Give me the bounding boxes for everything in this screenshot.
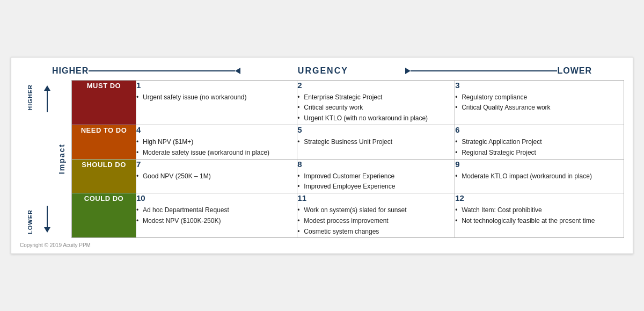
arrow-up-icon (44, 85, 50, 112)
list-item: Critical Quality Assurance work (455, 103, 624, 112)
list-item: Critical security work (297, 103, 455, 112)
list-item: Modest process improvement (297, 216, 455, 226)
list-item: Regional Strategic Project (455, 148, 624, 157)
cell-items-must-do-2: Regulatory complianceCritical Quality As… (455, 93, 624, 113)
list-item: Enterprise Strategic Project (297, 93, 455, 102)
table-row-should-do: SHOULD DO7Good NPV (250K – 1M)8Improved … (72, 159, 624, 193)
list-item: Work on system(s) slated for sunset (297, 206, 455, 215)
list-item: Good NPV (250K – 1M) (136, 172, 297, 181)
arrow-down-icon (44, 206, 50, 233)
content-cell-should-do-0: 7Good NPV (250K – 1M) (136, 159, 297, 193)
content-cell-must-do-0: 1Urgent safety issue (no workaround) (136, 80, 297, 125)
category-label-could-do: COULD DO (84, 194, 123, 202)
urgency-center-label: URGENCY (247, 66, 399, 76)
category-cell-need-to-do: NEED TO DO (72, 125, 136, 159)
cell-number-must-do-2: 3 (455, 81, 624, 90)
category-cell-should-do: SHOULD DO (72, 159, 136, 193)
cell-items-should-do-1: Improved Customer ExperienceImproved Emp… (297, 172, 455, 192)
cell-items-could-do-0: Ad hoc Departmental RequestModest NPV ($… (136, 206, 297, 226)
cell-items-need-to-do-1: Strategic Business Unit Project (297, 138, 455, 147)
cell-items-could-do-2: Watch Item: Cost prohibitiveNot technolo… (455, 206, 624, 226)
cell-number-need-to-do-1: 5 (297, 125, 455, 134)
list-item: Strategic Business Unit Project (297, 138, 455, 147)
list-item: Cosmetic system changes (297, 227, 455, 236)
page-wrapper: HIGHER URGENCY LOWER HIGHER LOWER (11, 57, 633, 255)
higher-urgency-label: HIGHER (52, 66, 89, 76)
cell-number-could-do-0: 10 (136, 193, 297, 202)
arrow-left-container (89, 68, 247, 74)
table-row-need-to-do: NEED TO DO4High NPV ($1M+)Moderate safet… (72, 125, 624, 159)
content-cell-must-do-1: 2Enterprise Strategic ProjectCritical se… (297, 80, 455, 125)
cell-number-must-do-0: 1 (136, 81, 297, 90)
list-item: High NPV ($1M+) (136, 138, 297, 147)
impact-arrow-col (42, 80, 52, 238)
cell-number-must-do-1: 2 (297, 81, 455, 90)
category-label-need-to-do: NEED TO DO (81, 126, 127, 134)
content-cell-should-do-2: 9Moderate KTLO impact (workaround in pla… (455, 159, 624, 193)
list-item: Regulatory compliance (455, 93, 624, 102)
list-item: Modest NPV ($100K-250K) (136, 216, 297, 226)
content-cell-could-do-0: 10Ad hoc Departmental RequestModest NPV … (136, 193, 297, 238)
list-item: Moderate safety issue (workaround in pla… (136, 148, 297, 157)
main-layout: HIGHER LOWER Impact MUST DO1Urgent safet… (20, 80, 624, 238)
list-item: Urgent safety issue (no workaround) (136, 93, 297, 102)
list-item: Not technologically feasible at the pres… (455, 216, 624, 226)
list-item: Ad hoc Departmental Request (136, 206, 297, 215)
category-label-should-do: SHOULD DO (82, 161, 126, 169)
cell-number-could-do-1: 11 (297, 193, 455, 202)
cell-number-should-do-2: 9 (455, 160, 624, 169)
arrowhead-right-icon (405, 68, 411, 74)
content-cell-could-do-2: 12Watch Item: Cost prohibitiveNot techno… (455, 193, 624, 238)
lower-impact-label: LOWER (27, 209, 33, 234)
cell-items-should-do-0: Good NPV (250K – 1M) (136, 172, 297, 181)
copyright: Copyright © 2019 Acuity PPM (20, 242, 624, 248)
cell-items-need-to-do-2: Strategic Application ProjectRegional St… (455, 138, 624, 157)
lower-urgency-label: LOWER (557, 66, 592, 76)
cell-number-should-do-1: 8 (297, 160, 455, 169)
impact-label: Impact (57, 143, 66, 174)
cell-items-should-do-2: Moderate KTLO impact (workaround in plac… (455, 172, 624, 181)
content-cell-need-to-do-0: 4High NPV ($1M+)Moderate safety issue (w… (136, 125, 297, 159)
category-label-must-do: MUST DO (87, 82, 121, 90)
urgency-header: HIGHER URGENCY LOWER (20, 66, 624, 76)
cell-number-could-do-2: 12 (455, 193, 624, 202)
cell-items-must-do-1: Enterprise Strategic ProjectCritical sec… (297, 93, 455, 123)
content-cell-must-do-2: 3Regulatory complianceCritical Quality A… (455, 80, 624, 125)
arrowhead-left-icon (235, 68, 240, 74)
cell-number-need-to-do-2: 6 (455, 125, 624, 134)
category-cell-could-do: COULD DO (72, 193, 136, 238)
content-cell-should-do-1: 8Improved Customer ExperienceImproved Em… (297, 159, 455, 193)
list-item: Urgent KTLO (with no workaround in place… (297, 114, 455, 123)
content-cell-need-to-do-2: 6Strategic Application ProjectRegional S… (455, 125, 624, 159)
cell-number-should-do-0: 7 (136, 160, 297, 169)
arrow-line-left (89, 70, 235, 71)
arrow-line-right (411, 70, 557, 71)
category-cell-must-do: MUST DO (72, 80, 136, 125)
list-item: Watch Item: Cost prohibitive (455, 206, 624, 215)
higher-label-col: HIGHER LOWER (20, 80, 40, 238)
arrow-right-container (399, 68, 557, 74)
matrix-table: MUST DO1Urgent safety issue (no workarou… (71, 80, 624, 238)
cell-items-must-do-0: Urgent safety issue (no workaround) (136, 93, 297, 102)
list-item: Improved Customer Experience (297, 172, 455, 181)
cell-number-need-to-do-0: 4 (136, 125, 297, 134)
list-item: Strategic Application Project (455, 138, 624, 147)
list-item: Moderate KTLO impact (workaround in plac… (455, 172, 624, 181)
content-cell-could-do-1: 11Work on system(s) slated for sunsetMod… (297, 193, 455, 238)
higher-impact-label: HIGHER (27, 84, 33, 111)
list-item: Improved Employee Experience (297, 182, 455, 191)
cell-items-could-do-1: Work on system(s) slated for sunsetModes… (297, 206, 455, 236)
table-row-must-do: MUST DO1Urgent safety issue (no workarou… (72, 80, 624, 125)
content-cell-need-to-do-1: 5Strategic Business Unit Project (297, 125, 455, 159)
cell-items-need-to-do-0: High NPV ($1M+)Moderate safety issue (wo… (136, 138, 297, 157)
table-row-could-do: COULD DO10Ad hoc Departmental RequestMod… (72, 193, 624, 238)
impact-label-col: Impact (54, 80, 69, 238)
